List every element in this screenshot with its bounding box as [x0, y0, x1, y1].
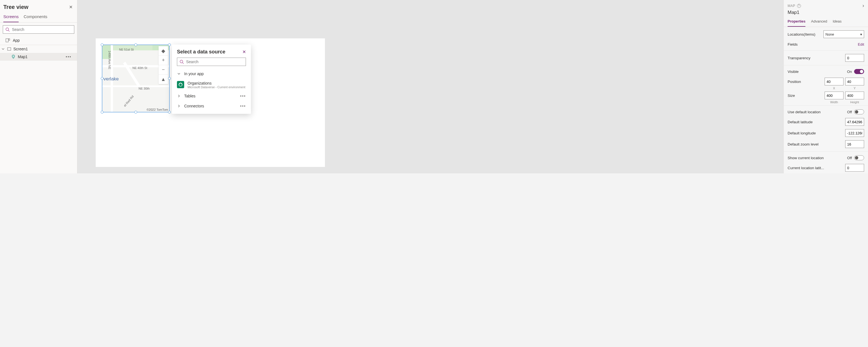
prop-default-zoom-label: Default zoom level	[787, 142, 818, 146]
section-tables[interactable]: Tables •••	[172, 91, 251, 101]
map-street-label: NE 30th	[138, 87, 150, 90]
search-icon	[5, 27, 10, 32]
map-street-label: NE 51st St	[119, 48, 134, 51]
svg-line-1	[8, 30, 9, 31]
popup-title: Select a data source	[177, 49, 225, 55]
chevron-down-icon	[177, 72, 181, 75]
map-street-label: el Red Rd	[123, 95, 134, 107]
default-zoom-input[interactable]	[845, 140, 864, 148]
transparency-input[interactable]	[845, 54, 864, 62]
tree-view-title: Tree view	[3, 4, 28, 10]
chevron-right-icon[interactable]: ›	[862, 3, 864, 9]
current-lat-input[interactable]	[845, 164, 864, 172]
section-connectors[interactable]: Connectors •••	[172, 101, 251, 111]
current-location-toggle[interactable]	[854, 155, 864, 160]
resize-handle[interactable]	[134, 43, 137, 46]
prop-default-lat-label: Default latitude	[787, 120, 813, 124]
svg-rect-2	[6, 39, 8, 42]
chevron-down-icon	[2, 47, 5, 51]
tree-app-row[interactable]: App	[0, 36, 77, 45]
map-zoom-controls: ◆ + − ▲	[159, 46, 168, 84]
tab-screens[interactable]: Screens	[3, 12, 19, 22]
data-source-search[interactable]	[177, 58, 246, 66]
current-location-toggle-text: Off	[847, 156, 852, 160]
data-source-search-input[interactable]	[186, 60, 243, 64]
tab-properties[interactable]: Properties	[787, 18, 805, 27]
zoom-in-button[interactable]: +	[159, 56, 168, 65]
tree-search[interactable]	[3, 25, 74, 34]
tree-item-map1[interactable]: Map1 •••	[0, 53, 77, 61]
default-location-toggle[interactable]	[854, 109, 864, 114]
tree-item-screen1[interactable]: Screen1	[0, 45, 77, 53]
chevron-right-icon	[177, 94, 181, 98]
map-tile-bg: 148th Ave NE NE 51st St NE 40th St NE 30…	[102, 45, 169, 112]
map-street-label: 148th Ave NE	[108, 51, 111, 69]
help-icon[interactable]: ?	[797, 4, 801, 8]
sublabel-x: X	[825, 87, 843, 90]
visible-toggle-text: On	[847, 69, 852, 74]
app-icon	[6, 38, 10, 42]
map-attribution: ©2022 TomTom	[147, 108, 168, 111]
prop-locations-label: Locations(Items)	[787, 32, 815, 36]
ds-item-title: Organizations	[187, 81, 245, 86]
svg-point-6	[180, 60, 183, 63]
visible-toggle[interactable]	[854, 69, 864, 74]
resize-handle[interactable]	[101, 111, 103, 114]
size-height-input[interactable]	[845, 92, 864, 99]
more-icon[interactable]: •••	[240, 94, 246, 98]
resize-handle[interactable]	[134, 111, 137, 114]
dataverse-icon	[177, 81, 184, 88]
default-lon-input[interactable]	[845, 129, 864, 137]
size-width-input[interactable]	[825, 92, 843, 99]
app-root: Tree view ✕ Screens Components App Scree…	[0, 0, 868, 174]
control-type-caption: MAP ?	[787, 4, 801, 8]
default-lat-input[interactable]	[845, 118, 864, 126]
map-place-label: verlake	[103, 76, 119, 82]
close-icon[interactable]: ✕	[69, 4, 72, 10]
svg-point-5	[13, 56, 14, 57]
tab-ideas[interactable]: Ideas	[833, 18, 842, 27]
sublabel-height: Height	[845, 100, 864, 104]
more-icon[interactable]: •••	[240, 104, 246, 108]
resize-handle[interactable]	[101, 43, 103, 46]
tree-search-input[interactable]	[12, 27, 72, 32]
section-in-your-app[interactable]: In your app	[172, 69, 251, 79]
tree-app-label: App	[13, 38, 20, 42]
svg-rect-4	[7, 48, 11, 51]
zoom-out-button[interactable]: −	[159, 65, 168, 74]
prop-visible-label: Visible	[787, 69, 799, 74]
ds-item-subtitle: Microsoft Dataverse - Current environmen…	[187, 86, 245, 89]
position-y-input[interactable]	[845, 77, 864, 86]
tree-tabs: Screens Components	[0, 12, 77, 23]
resize-handle[interactable]	[168, 77, 171, 80]
map-control-selected[interactable]: 148th Ave NE NE 51st St NE 40th St NE 30…	[102, 44, 170, 113]
canvas[interactable]: 148th Ave NE NE 51st St NE 40th St NE 30…	[78, 0, 783, 174]
chevron-right-icon	[177, 104, 181, 108]
tree-view-panel: Tree view ✕ Screens Components App Scree…	[0, 0, 78, 174]
tree-item-more-icon[interactable]: •••	[66, 55, 74, 59]
section-label: Connectors	[184, 104, 204, 108]
tab-advanced[interactable]: Advanced	[811, 18, 827, 27]
sublabel-width: Width	[825, 100, 843, 104]
pitch-button[interactable]: ▲	[159, 74, 168, 84]
data-source-item-organizations[interactable]: Organizations Microsoft Dataverse - Curr…	[172, 79, 251, 91]
resize-handle[interactable]	[168, 43, 171, 46]
map-street-label: NE 40th St	[132, 66, 147, 69]
close-icon[interactable]: ✕	[242, 49, 246, 55]
props-tabs: Properties Advanced Ideas	[784, 18, 868, 27]
default-location-toggle-text: Off	[847, 110, 852, 114]
compass-icon[interactable]: ◆	[159, 46, 168, 56]
locations-dropdown[interactable]: None ▾	[824, 30, 864, 38]
properties-panel: MAP ? › Map1 Properties Advanced Ideas L…	[783, 0, 868, 174]
search-icon	[180, 60, 184, 64]
section-label: Tables	[184, 94, 195, 98]
prop-current-lat-label: Current location latit...	[787, 166, 824, 170]
fields-edit-link[interactable]: Edit	[858, 42, 864, 46]
resize-handle[interactable]	[101, 77, 103, 80]
dropdown-value: None	[826, 32, 834, 36]
resize-handle[interactable]	[168, 111, 171, 114]
position-x-input[interactable]	[825, 77, 843, 86]
tab-components[interactable]: Components	[24, 12, 47, 22]
prop-size-label: Size	[787, 94, 795, 98]
map-icon	[11, 55, 16, 59]
